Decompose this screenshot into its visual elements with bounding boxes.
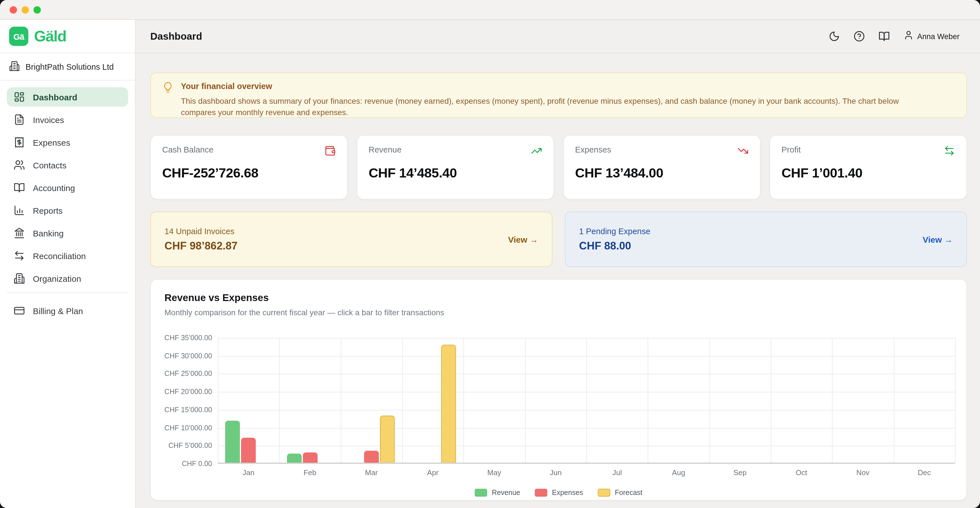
- x-axis-tick: Feb: [304, 468, 317, 477]
- sidebar-item-label: Dashboard: [33, 92, 77, 102]
- sidebar-item-banking[interactable]: Banking: [7, 223, 128, 243]
- y-axis-tick: CHF 30’000.00: [164, 352, 212, 360]
- sidebar-item-label: Banking: [33, 228, 64, 238]
- alert-card-14-unpaid-invoices: 14 Unpaid InvoicesCHF 98’862.87View →: [150, 211, 552, 267]
- banner-text-line1: This dashboard shows a summary of your f…: [181, 95, 899, 106]
- minimize-button[interactable]: [22, 6, 29, 13]
- sidebar-divider: [7, 292, 128, 293]
- chart-legend: RevenueExpensesForecast: [164, 489, 953, 497]
- stat-value: CHF-252’726.68: [162, 165, 336, 181]
- bar-expenses-feb[interactable]: [302, 452, 317, 463]
- chart-area: CHF 35’000.00CHF 30’000.00CHF 25’000.00C…: [164, 325, 953, 501]
- x-axis-tick: Apr: [427, 468, 438, 477]
- user-icon: [904, 30, 914, 43]
- sidebar-item-contacts[interactable]: Contacts: [7, 156, 128, 175]
- wallet-icon: [325, 145, 336, 157]
- app-window: Gä Gäld BrightPath Solutions Ltd Dashboa…: [0, 0, 980, 508]
- sidebar-item-accounting[interactable]: Accounting: [7, 178, 128, 197]
- traffic-lights: [10, 6, 41, 13]
- x-axis-tick: Nov: [856, 468, 869, 477]
- sidebar-item-label: Invoices: [33, 115, 64, 124]
- y-axis-tick: CHF 5’000.00: [169, 442, 212, 450]
- legend-item-forecast: Forecast: [598, 489, 642, 497]
- sidebar-item-reports[interactable]: Reports: [7, 201, 128, 220]
- sidebar: Gä Gäld BrightPath Solutions Ltd Dashboa…: [0, 20, 135, 508]
- sidebar-item-organization[interactable]: Organization: [7, 269, 128, 288]
- sidebar-item-billing-plan[interactable]: Billing & Plan: [7, 301, 128, 320]
- page-header: Dashboard Anna Weber: [135, 20, 980, 53]
- y-axis-tick: CHF 0.00: [182, 460, 212, 468]
- company-selector[interactable]: BrightPath Solutions Ltd: [0, 53, 135, 81]
- dark-mode-icon[interactable]: [829, 31, 840, 42]
- layout-dashboard-icon: [14, 91, 25, 103]
- alert-title: 14 Unpaid Invoices: [164, 227, 238, 236]
- gridline: [955, 338, 956, 463]
- logo-icon: Gä: [9, 27, 29, 46]
- sidebar-item-label: Contacts: [33, 160, 66, 170]
- sidebar-item-expenses[interactable]: Expenses: [7, 133, 128, 152]
- legend-label: Revenue: [492, 489, 520, 497]
- trending-down-icon: [737, 145, 749, 157]
- sidebar-item-label: Accounting: [33, 183, 75, 192]
- view-link[interactable]: View →: [508, 235, 538, 244]
- bar-revenue-feb[interactable]: [287, 454, 301, 463]
- receipt-icon: [14, 137, 25, 148]
- legend-item-revenue: Revenue: [475, 489, 520, 497]
- app-logo[interactable]: Gä Gäld: [0, 20, 135, 53]
- alert-amount: CHF 98’862.87: [164, 240, 238, 252]
- user-menu[interactable]: Anna Weber: [904, 30, 959, 43]
- trending-up-icon: [531, 145, 542, 157]
- stat-value: CHF 14’485.40: [369, 165, 542, 181]
- help-icon[interactable]: [854, 31, 865, 42]
- chart-title: Revenue vs Expenses: [164, 292, 953, 304]
- gridline: [218, 338, 218, 463]
- users-icon: [14, 159, 25, 171]
- alert-title: 1 Pending Expense: [579, 227, 651, 236]
- stat-label: Revenue: [369, 145, 401, 154]
- arrow-right-left-icon: [944, 145, 955, 157]
- stat-label: Cash Balance: [162, 145, 213, 154]
- bar-revenue-jan[interactable]: [225, 421, 240, 463]
- close-button[interactable]: [10, 6, 17, 13]
- lightbulb-icon: [162, 80, 173, 111]
- bar-expenses-jan[interactable]: [241, 438, 256, 463]
- stat-card-revenue: RevenueCHF 14’485.40: [357, 135, 554, 200]
- y-axis-tick: CHF 20’000.00: [164, 388, 212, 396]
- gridline: [586, 338, 587, 463]
- x-axis-tick: Jan: [242, 468, 255, 477]
- stat-card-profit: ProfitCHF 1’001.40: [770, 135, 967, 200]
- sidebar-item-label: Reconciliation: [33, 251, 86, 260]
- stat-label: Profit: [781, 145, 801, 154]
- docs-icon[interactable]: [878, 31, 890, 42]
- gridline: [771, 338, 771, 463]
- sidebar-item-invoices[interactable]: Invoices: [7, 110, 128, 129]
- banner-text-line2: compares your monthly revenue and expens…: [181, 106, 899, 118]
- bar-expenses-mar[interactable]: [364, 451, 379, 463]
- sidebar-item-label: Expenses: [33, 138, 70, 147]
- sidebar-nav: DashboardInvoicesExpensesContactsAccount…: [0, 81, 135, 330]
- banner-title: Your financial overview: [181, 82, 899, 91]
- gridline: [648, 338, 649, 463]
- x-axis-tick: Oct: [796, 468, 807, 477]
- sidebar-item-label: Reports: [33, 206, 63, 215]
- gridline: [279, 338, 280, 463]
- gridline: [464, 338, 464, 463]
- user-name: Anna Weber: [917, 32, 959, 41]
- view-link[interactable]: View →: [923, 235, 953, 244]
- sidebar-item-reconciliation[interactable]: Reconciliation: [7, 246, 128, 265]
- financial-overview-banner: Your financial overview This dashboard s…: [150, 73, 967, 118]
- zoom-button[interactable]: [33, 6, 41, 13]
- legend-label: Forecast: [615, 489, 642, 497]
- sidebar-item-dashboard[interactable]: Dashboard: [7, 87, 128, 106]
- x-axis-tick: Jun: [550, 468, 562, 477]
- stat-value: CHF 13’484.00: [575, 165, 749, 181]
- chart-subtitle: Monthly comparison for the current fisca…: [164, 308, 953, 317]
- alert-cards: 14 Unpaid InvoicesCHF 98’862.87View →1 P…: [150, 211, 967, 267]
- stat-value: CHF 1’001.40: [781, 165, 955, 181]
- bar-forecast-mar[interactable]: [380, 416, 395, 463]
- bar-forecast-apr[interactable]: [441, 345, 456, 463]
- legend-swatch: [598, 489, 610, 497]
- y-axis-tick: CHF 10’000.00: [164, 424, 212, 432]
- y-axis-tick: CHF 15’000.00: [164, 406, 212, 414]
- alert-card-1-pending-expense: 1 Pending ExpenseCHF 88.00View →: [565, 211, 967, 267]
